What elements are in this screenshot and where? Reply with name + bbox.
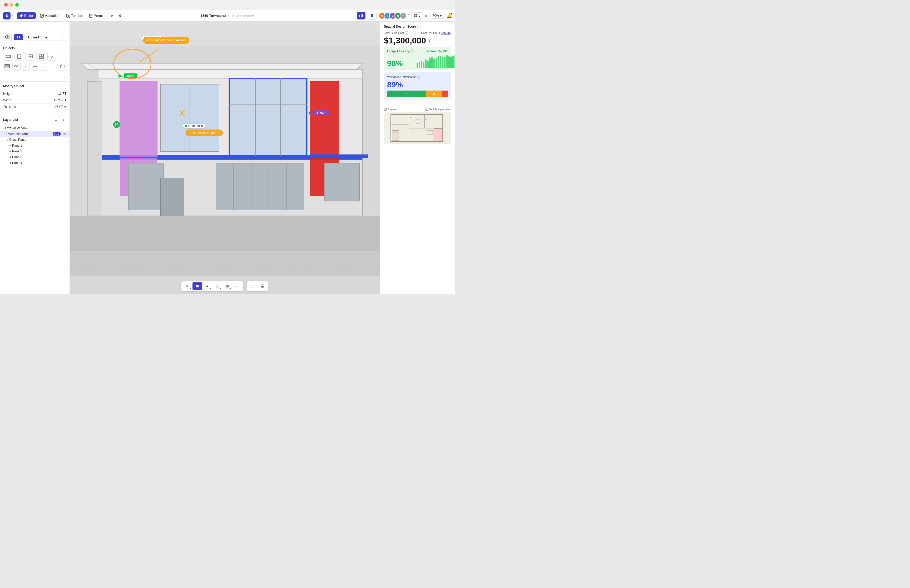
select-tool-button[interactable]: ↖ ▾ xyxy=(183,282,192,290)
settings-tool[interactable]: ⚙ xyxy=(117,12,124,19)
circle-tool-button[interactable]: ○ xyxy=(233,282,242,290)
bar-item xyxy=(427,61,429,68)
layer-glass-panes[interactable]: ∨ Glass Panes xyxy=(0,137,70,143)
avatar-dropdown[interactable]: ∨ xyxy=(407,12,409,19)
play-button[interactable]: ▶ xyxy=(425,13,428,18)
layer-add-button[interactable]: + xyxy=(61,117,66,123)
stairs-object-icon[interactable] xyxy=(47,52,57,61)
total-cost-info[interactable]: i xyxy=(428,39,431,43)
stacy-cursor-arrow: ▶ xyxy=(309,110,312,116)
permit-button[interactable]: Permit xyxy=(86,12,107,19)
wall-object-icon[interactable] xyxy=(3,52,13,61)
grid-object-icon[interactable] xyxy=(36,52,46,61)
width-value[interactable]: 13.25 FT xyxy=(54,99,66,102)
exterior-window-label: Exterior Window xyxy=(5,126,28,130)
shape-tool-button[interactable]: △ ▾ xyxy=(212,282,222,290)
home-scope-button[interactable] xyxy=(14,34,23,40)
layer-pane-1[interactable]: Pane 1 xyxy=(0,143,70,149)
minimap-image[interactable] xyxy=(384,112,451,144)
analytics-button[interactable] xyxy=(357,12,365,19)
validation-info[interactable]: i xyxy=(417,75,421,79)
layer-pane-3[interactable]: Pane 3 xyxy=(0,154,70,160)
window-frame-eye[interactable]: 👁 xyxy=(63,132,66,136)
bar-item xyxy=(438,57,439,68)
cost-per-sqft-value[interactable]: $250.00 xyxy=(441,31,451,34)
bar-item xyxy=(435,58,437,68)
svg-rect-64 xyxy=(324,163,359,201)
energy-header: Energy Efficiency i Improved by 18% xyxy=(387,49,448,53)
3d-view-toggle[interactable] xyxy=(3,33,11,41)
notifications-button[interactable]: 🔔 xyxy=(446,13,452,18)
validation-header: Validation Optimization i xyxy=(387,75,448,79)
floor-object-icon[interactable] xyxy=(3,62,11,71)
door-object-icon[interactable] xyxy=(14,52,24,61)
design-score-info[interactable]: i xyxy=(417,25,421,28)
svg-rect-14 xyxy=(17,36,18,37)
svg-rect-13 xyxy=(416,16,417,17)
calendar-icon[interactable] xyxy=(58,62,66,71)
draw-tool-button[interactable] xyxy=(192,282,202,290)
editor-button[interactable]: Editor xyxy=(17,12,36,19)
svg-rect-27 xyxy=(42,57,44,58)
scope-selector[interactable]: Entire Home ∨ xyxy=(26,34,66,41)
layer-filter-button[interactable]: ≡ xyxy=(53,117,59,123)
svg-rect-12 xyxy=(414,16,415,17)
canvas-area[interactable]: Greg Smith This needs to be addressed ▶ … xyxy=(70,22,380,294)
minimap-title: Expand xyxy=(384,108,397,111)
validation-label: Validation Optimization i xyxy=(387,75,421,79)
svg-rect-49 xyxy=(120,158,157,196)
view-toggle-button[interactable]: ∨ xyxy=(412,12,423,19)
app-dropdown-icon[interactable]: ∨ xyxy=(11,14,14,18)
stamp-tool-button[interactable] xyxy=(258,282,267,290)
svg-rect-26 xyxy=(39,57,41,58)
grid-tool-button[interactable]: ⊞ ▾ xyxy=(223,282,232,290)
energy-info[interactable]: i xyxy=(410,49,414,53)
svg-rect-44 xyxy=(99,69,362,78)
move-up-icon[interactable]: ↑ xyxy=(22,62,30,71)
svg-rect-72 xyxy=(251,285,254,287)
bar-item xyxy=(417,63,418,68)
layer-exterior-window[interactable]: › Exterior Window xyxy=(0,125,70,131)
svg-rect-25 xyxy=(42,54,44,56)
dimension-icon[interactable] xyxy=(31,62,39,71)
sidebar-mid-collapse-button[interactable]: › xyxy=(61,74,68,80)
arrow-up2-icon[interactable]: ↑ xyxy=(40,62,48,71)
bar-item xyxy=(454,55,455,68)
text-tool-button[interactable]: A ▾ xyxy=(202,282,212,290)
thickness-selector[interactable]: .75 FT ∨ xyxy=(54,105,66,109)
zoom-selector[interactable]: 30% ∨ xyxy=(430,13,444,19)
svg-rect-73 xyxy=(261,285,264,287)
height-value[interactable]: 11 FT xyxy=(58,92,66,95)
switch-to-plan-button[interactable]: Switch to plan view xyxy=(425,108,451,111)
glass-panes-label: Glass Panes xyxy=(9,138,27,142)
asterisk-annotation: ✳ xyxy=(178,108,187,118)
layer-window-frame[interactable]: › Window Frame FL-2 👁 xyxy=(0,131,70,137)
window-frame-badge: FL-2 xyxy=(53,132,61,136)
minimize-button[interactable] xyxy=(10,3,13,6)
total-build-info[interactable]: i xyxy=(405,31,408,35)
total-build-label: Total Build Cost i xyxy=(384,31,408,35)
layer-pane-4[interactable]: Pane 4 xyxy=(0,160,70,166)
close-button[interactable] xyxy=(4,3,8,6)
energy-bar-chart xyxy=(417,55,448,68)
home-view-button[interactable] xyxy=(368,11,377,20)
validation-button[interactable]: Validation xyxy=(37,12,62,19)
fullscreen-button[interactable] xyxy=(15,3,19,6)
connector-icon[interactable] xyxy=(12,62,21,71)
sidebar-collapse-button[interactable]: › xyxy=(61,23,68,29)
erase-tool-button[interactable] xyxy=(248,282,257,290)
bar-item xyxy=(421,61,422,68)
app-logo[interactable]: S xyxy=(3,12,11,19)
sr-avatar: SR xyxy=(113,121,120,128)
project-dropdown[interactable]: ∨ xyxy=(228,14,230,18)
window-object-icon[interactable] xyxy=(25,52,35,61)
layer-section: Layer List ≡ + › Exterior Window › Windo… xyxy=(0,113,70,294)
svg-point-20 xyxy=(20,56,21,57)
annotation-arrow-1 xyxy=(70,22,380,276)
main-layout: › Entire Home ∨ Objects xyxy=(0,22,455,294)
cursor-tool[interactable]: ⊳ xyxy=(109,12,116,19)
takeoff-button[interactable]: Takeoff xyxy=(64,12,85,19)
annotation-bubble-2[interactable]: Use a wider material. xyxy=(186,129,223,136)
titlebar xyxy=(0,0,455,10)
layer-pane-2[interactable]: Pane 2 xyxy=(0,149,70,154)
